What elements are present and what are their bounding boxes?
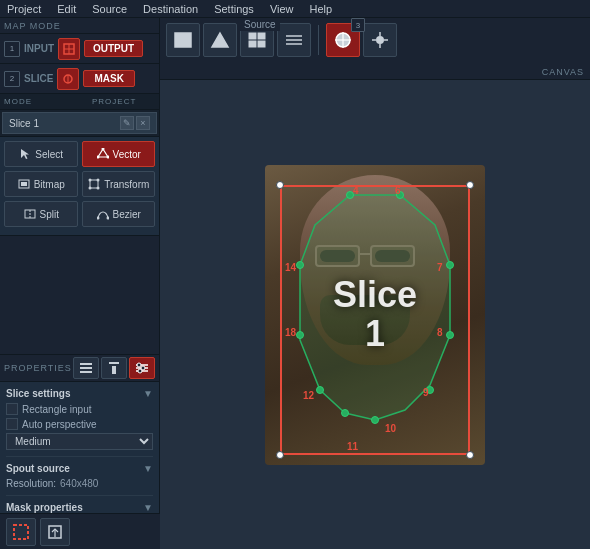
mask-icon-btn[interactable]	[57, 68, 79, 90]
mask-props-collapse[interactable]: ▼	[143, 502, 153, 513]
tool-row-1: Select Vector	[4, 141, 155, 167]
transform-label: Transform	[104, 179, 149, 190]
tb-target-btn[interactable]: 3	[326, 23, 360, 57]
svg-point-18	[97, 217, 100, 220]
transform-tool-btn[interactable]: Transform	[82, 171, 156, 197]
bitmap-tool-btn[interactable]: Bitmap	[4, 171, 78, 197]
svg-rect-39	[258, 41, 265, 47]
cp-bottom-left[interactable]	[276, 451, 284, 459]
left-glasses	[315, 245, 360, 267]
bitmap-label: Bitmap	[34, 179, 65, 190]
rectangle-input-checkbox[interactable]	[6, 403, 18, 415]
medium-select[interactable]: Low Medium High	[6, 433, 153, 450]
tb-arrow-btn[interactable]	[363, 23, 397, 57]
cp-top-right[interactable]	[466, 181, 474, 189]
split-tool-btn[interactable]: Split	[4, 201, 78, 227]
vector-icon	[96, 147, 110, 161]
properties-header: PROPERTIES	[0, 354, 159, 382]
slice-edit-btn[interactable]: ✎	[120, 116, 134, 130]
canvas-num-10: 10	[385, 423, 396, 434]
canvas-num-8: 8	[437, 327, 443, 338]
vector-tool-btn[interactable]: Vector	[82, 141, 156, 167]
face-container: Slice 1	[265, 165, 485, 465]
menu-source[interactable]: Source	[89, 3, 130, 15]
slice-close-btn[interactable]: ×	[136, 116, 150, 130]
mask-props-title: Mask properties	[6, 502, 83, 513]
project-section-label: PROJECT	[92, 97, 136, 106]
canvas-num-18: 18	[285, 327, 296, 338]
mask-props-header: Mask properties ▼	[6, 502, 153, 513]
output-button[interactable]: OUTPUT	[84, 40, 143, 57]
bottom-btn-delete[interactable]	[6, 518, 36, 546]
mask-button[interactable]: MASK	[83, 70, 134, 87]
slice-settings-title: Slice settings	[6, 388, 70, 399]
bezier-icon	[96, 207, 110, 221]
svg-rect-23	[109, 362, 119, 364]
number-1-badge: 1	[4, 41, 20, 57]
prop-tab-info[interactable]	[101, 357, 127, 379]
prop-tab-layers[interactable]	[73, 357, 99, 379]
bitmap-icon	[17, 177, 31, 191]
svg-rect-11	[90, 180, 98, 188]
select-label: Select	[35, 149, 63, 160]
tool-row-3: Split Bezier	[4, 201, 155, 227]
bottom-btn-export[interactable]	[40, 518, 70, 546]
menu-bar: Project Edit Source Destination Settings…	[0, 0, 590, 18]
bezier-tool-btn[interactable]: Bezier	[82, 201, 156, 227]
tb-lines-btn[interactable]	[277, 23, 311, 57]
menu-view[interactable]: View	[267, 3, 297, 15]
svg-rect-21	[80, 367, 92, 369]
menu-project[interactable]: Project	[4, 3, 44, 15]
menu-help[interactable]: Help	[307, 3, 336, 15]
cp-11[interactable]	[341, 409, 349, 417]
menu-edit[interactable]: Edit	[54, 3, 79, 15]
mode-slice-row: 2 SLICE MASK	[0, 64, 159, 94]
select-tool-btn[interactable]: Select	[4, 141, 78, 167]
menu-settings[interactable]: Settings	[211, 3, 257, 15]
prop-tabs	[73, 357, 155, 379]
cp-10[interactable]	[371, 416, 379, 424]
canvas-viewport[interactable]: Slice 1	[160, 80, 590, 549]
svg-point-12	[89, 179, 92, 182]
svg-point-13	[97, 179, 100, 182]
cp-top-left[interactable]	[276, 181, 284, 189]
canvas-num-6: 6	[395, 185, 401, 196]
cp-8[interactable]	[446, 331, 454, 339]
tb-rectangle-btn[interactable]	[166, 23, 200, 57]
svg-point-14	[89, 187, 92, 190]
slice-label: SLICE	[24, 73, 53, 84]
tools-section: Select Vector Bitmap	[0, 137, 159, 235]
auto-perspective-checkbox[interactable]	[6, 418, 18, 430]
svg-rect-10	[21, 182, 27, 186]
cp-18[interactable]	[296, 331, 304, 339]
mode-section-label: MODE	[4, 97, 32, 106]
cp-bottom-right[interactable]	[466, 451, 474, 459]
spout-source-header: Spout source ▼	[6, 463, 153, 474]
cp-14[interactable]	[296, 261, 304, 269]
prop-divider-2	[6, 495, 153, 496]
svg-rect-36	[249, 33, 256, 39]
project-section: MODE PROJECT Slice 1 ✎ ×	[0, 94, 159, 137]
map-mode-label: MAP MODE	[4, 21, 61, 31]
spout-source-collapse[interactable]: ▼	[143, 463, 153, 474]
select-icon	[18, 147, 32, 161]
slice-item[interactable]: Slice 1 ✎ ×	[2, 112, 157, 134]
glasses-bridge	[360, 253, 370, 255]
slice-settings-collapse[interactable]: ▼	[143, 388, 153, 399]
bezier-label: Bezier	[113, 209, 141, 220]
svg-point-46	[376, 36, 384, 44]
svg-point-28	[137, 363, 141, 367]
toolbar-icons-row: 3	[160, 16, 590, 64]
svg-rect-22	[80, 371, 92, 373]
cp-12[interactable]	[316, 386, 324, 394]
left-panel-bottom-toolbar	[0, 513, 160, 549]
resolution-row: Resolution: 640x480	[6, 478, 153, 489]
medium-row: Low Medium High	[6, 433, 153, 450]
cp-7[interactable]	[446, 261, 454, 269]
input-icon-btn[interactable]	[58, 38, 80, 60]
menu-destination[interactable]: Destination	[140, 3, 201, 15]
prop-tab-settings[interactable]	[129, 357, 155, 379]
right-glasses	[370, 245, 415, 267]
tb-triangle-btn[interactable]	[203, 23, 237, 57]
svg-rect-20	[80, 363, 92, 365]
